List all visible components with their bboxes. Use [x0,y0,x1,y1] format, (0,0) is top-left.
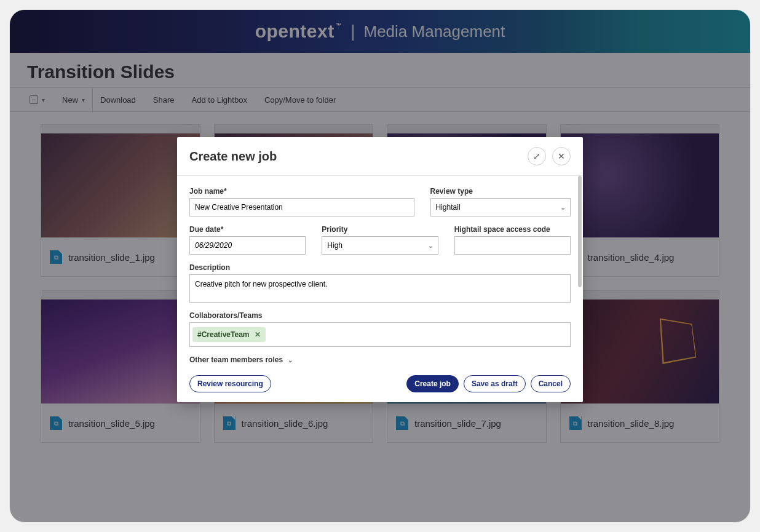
due-date-input[interactable] [189,236,306,255]
collaborators-input[interactable]: #CreativeTeam ✕ [189,322,571,347]
other-roles-label: Other team members roles [189,355,283,364]
modal-header: Create new job ⤢ ✕ [177,137,583,176]
description-textarea[interactable]: Creative pitch for new prospective clien… [189,274,571,303]
access-code-label: Hightail space access code [454,225,571,234]
app-frame: opentext ™ | Media Management Transition… [10,10,750,522]
close-icon[interactable]: ✕ [552,147,571,165]
chevron-down-icon: ⌄ [288,357,293,363]
job-name-input[interactable] [189,198,414,216]
cancel-button[interactable]: Cancel [531,375,571,392]
modal-title: Create new job [189,149,277,164]
expand-icon[interactable]: ⤢ [528,147,546,165]
modal-footer: Review resourcing Create job Save as dra… [177,368,583,402]
create-job-button[interactable]: Create job [406,375,459,392]
access-code-input[interactable] [454,236,571,255]
other-roles-expander[interactable]: Other team members roles ⌄ [189,355,571,364]
review-type-label: Review type [430,187,571,196]
due-date-label: Due date* [189,225,306,234]
description-label: Description [189,263,571,272]
remove-chip-icon[interactable]: ✕ [255,330,261,339]
create-job-modal: Create new job ⤢ ✕ Job name* Review type… [177,137,583,402]
review-resourcing-button[interactable]: Review resourcing [189,375,271,392]
priority-select[interactable] [322,236,438,255]
priority-label: Priority [322,225,438,234]
modal-body: Job name* Review type ⌄ Due date* [177,176,583,368]
save-draft-button[interactable]: Save as draft [464,375,526,392]
review-type-select[interactable] [430,198,571,216]
collaborators-label: Collaborators/Teams [189,311,571,320]
team-chip-label: #CreativeTeam [197,330,250,339]
scrollbar[interactable] [578,176,582,287]
job-name-label: Job name* [189,187,414,196]
team-chip: #CreativeTeam ✕ [192,327,266,342]
